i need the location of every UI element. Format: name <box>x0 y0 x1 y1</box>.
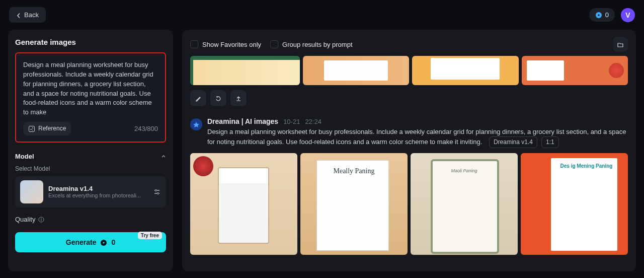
prompt-textarea[interactable]: Design a meal planning worksheet for bus… <box>23 60 158 115</box>
result-image[interactable]: Des ig Mening Paning <box>521 153 628 255</box>
svg-rect-1 <box>29 126 35 131</box>
quality-label: Quality <box>15 216 35 223</box>
prompt-box: Design a meal planning worksheet for bus… <box>15 52 166 143</box>
results-panel: Show Favorites only Group results by pro… <box>182 30 636 271</box>
model-tag[interactable]: Dreamina v1.4 <box>489 136 537 148</box>
group-filter[interactable]: Group results by prompt <box>270 40 352 48</box>
favorites-filter[interactable]: Show Favorites only <box>190 40 261 48</box>
share-button[interactable] <box>230 90 247 106</box>
model-card[interactable]: Dreamina v1.4 Excels at everything from … <box>15 176 166 207</box>
svg-point-2 <box>32 127 33 128</box>
previous-result-row <box>190 56 628 85</box>
favorites-label: Show Favorites only <box>202 41 261 48</box>
source-badge-icon <box>190 118 202 130</box>
folder-button[interactable] <box>613 37 628 52</box>
result-block: Dreamina | AI images 10-21 22:24 Design … <box>190 117 628 255</box>
generate-label: Generate <box>66 238 97 246</box>
result-image[interactable] <box>412 56 519 85</box>
coin-icon <box>595 11 602 19</box>
top-right: 0 V <box>589 8 635 22</box>
pencil-icon <box>195 94 202 102</box>
coin-icon <box>100 238 107 246</box>
model-name: Dreamina v1.4 <box>48 185 148 192</box>
reference-button[interactable]: Reference <box>23 122 71 135</box>
refresh-icon <box>215 94 222 102</box>
image-caption: Meal Man Paning <box>225 171 262 177</box>
result-image[interactable] <box>190 56 300 85</box>
credits-count: 0 <box>605 11 609 19</box>
model-section-header[interactable]: Model <box>15 153 166 160</box>
model-description: Excels at everything from photoreali... <box>48 192 144 198</box>
group-label: Group results by prompt <box>282 41 352 48</box>
select-model-label: Select Model <box>15 165 166 172</box>
svg-point-3 <box>155 190 156 191</box>
model-thumbnail <box>20 180 43 203</box>
results-header: Show Favorites only Group results by pro… <box>190 37 628 52</box>
image-caption: Meally Paning <box>300 167 408 175</box>
folder-icon <box>617 40 624 48</box>
char-count: 243/800 <box>134 125 158 132</box>
image-add-icon <box>28 125 35 132</box>
generate-button[interactable]: Generate 0 Try free <box>15 232 166 252</box>
image-caption: Des ig Mening Paning <box>552 163 621 169</box>
upload-icon <box>235 94 242 102</box>
prompt-footer: Reference 243/800 <box>23 122 158 135</box>
model-section-label: Model <box>15 153 34 160</box>
result-prompt: Design a meal planning worksheet for bus… <box>207 128 626 146</box>
result-meta: Dreamina | AI images 10-21 22:24 Design … <box>207 117 628 148</box>
top-bar: Back 0 V <box>0 0 644 30</box>
source-name: Dreamina | AI images <box>207 117 278 125</box>
info-icon <box>38 216 44 223</box>
back-label: Back <box>24 11 39 19</box>
result-image[interactable]: Maoli Paning <box>411 153 518 255</box>
result-image[interactable]: Meal Man Paning <box>190 153 297 255</box>
generate-cost: 0 <box>111 238 115 246</box>
result-header: Dreamina | AI images 10-21 22:24 Design … <box>190 117 628 148</box>
result-image-grid: Meal Man Paning Meally Paning Maoli Pani… <box>190 153 628 255</box>
generate-panel: Generate images Design a meal planning w… <box>8 30 173 271</box>
model-info: Dreamina v1.4 Excels at everything from … <box>48 185 148 198</box>
regenerate-button[interactable] <box>210 90 226 106</box>
svg-point-4 <box>157 193 158 194</box>
panel-title: Generate images <box>15 38 166 46</box>
result-image[interactable] <box>303 56 410 85</box>
image-caption: Maoli Paning <box>411 168 518 173</box>
result-prompt-line: Design a meal planning worksheet for bus… <box>207 127 628 148</box>
user-avatar[interactable]: V <box>621 8 635 22</box>
chevron-up-icon <box>161 153 166 160</box>
sliders-icon[interactable] <box>153 188 161 196</box>
quality-row[interactable]: Quality <box>15 216 166 223</box>
svg-point-6 <box>41 219 42 220</box>
chevron-left-icon <box>16 11 21 19</box>
checkbox-icon <box>190 40 198 48</box>
result-actions <box>190 90 628 106</box>
credits-pill[interactable]: 0 <box>589 8 615 22</box>
result-time: 22:24 <box>305 118 321 125</box>
main-area: Generate images Design a meal planning w… <box>0 30 644 271</box>
svg-rect-7 <box>41 220 42 221</box>
ratio-tag[interactable]: 1:1 <box>541 136 559 148</box>
reference-label: Reference <box>38 125 66 132</box>
result-image[interactable] <box>522 56 628 85</box>
filter-row: Show Favorites only Group results by pro… <box>190 40 353 48</box>
result-date: 10-21 <box>283 118 300 125</box>
checkbox-icon <box>270 40 278 48</box>
result-image[interactable]: Meally Paning <box>300 153 408 255</box>
back-button[interactable]: Back <box>9 7 46 23</box>
avatar-initial: V <box>625 11 630 19</box>
edit-button[interactable] <box>190 90 206 106</box>
try-free-badge: Try free <box>138 232 162 239</box>
